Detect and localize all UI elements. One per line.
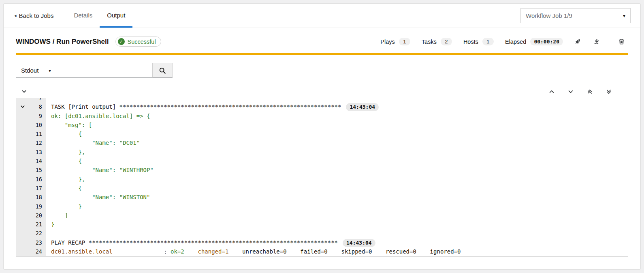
- output-search-toolbar: Stdout ▾: [16, 63, 628, 78]
- search-icon: [159, 67, 166, 74]
- scroll-next-button[interactable]: [568, 89, 574, 95]
- line-gutter: 15: [16, 166, 46, 174]
- line-content: }: [46, 220, 54, 229]
- stat-plays-value: 1: [399, 38, 410, 45]
- output-source-select[interactable]: Stdout ▾: [16, 63, 56, 78]
- console-text-segment: TASK [Print output] ********************…: [51, 103, 341, 110]
- collapse-all-button[interactable]: [21, 89, 27, 94]
- console-line: 12 "Name": "DC01": [16, 138, 628, 147]
- search-input[interactable]: [56, 63, 153, 78]
- console-line: 8TASK [Print output] *******************…: [16, 102, 628, 111]
- console-line: 13 },: [16, 148, 628, 157]
- line-content: "Name": "WINSTON": [46, 193, 150, 202]
- line-number: 23: [36, 238, 42, 247]
- console-line: 17 {: [16, 184, 628, 193]
- top-navigation: ◂ Back to Jobs Details Output Workflow J…: [4, 4, 640, 28]
- output-panel-toolbar: [16, 85, 628, 98]
- scroll-nav-buttons: [549, 89, 612, 95]
- chevron-down-icon: ▾: [49, 68, 51, 73]
- stat-plays: Plays 1: [380, 38, 410, 45]
- line-number: 15: [36, 166, 42, 174]
- line-gutter: 8: [16, 102, 46, 111]
- tab-details[interactable]: Details: [66, 4, 100, 28]
- job-status-bar: [16, 53, 628, 55]
- chevron-down-icon: ▾: [623, 13, 625, 19]
- console-text-segment: [184, 248, 198, 255]
- back-to-jobs-label: Back to Jobs: [19, 12, 54, 19]
- download-icon: [593, 38, 600, 45]
- line-content: {: [46, 129, 82, 138]
- console-text-segment: },: [51, 176, 85, 183]
- line-number: 13: [36, 148, 42, 157]
- console-line: 11 {: [16, 129, 628, 138]
- stdout-console[interactable]: 78TASK [Print output] ******************…: [16, 98, 628, 256]
- chevron-down-icon: [568, 89, 574, 95]
- console-text-segment: "msg": [: [51, 122, 92, 128]
- download-output-button[interactable]: [593, 37, 601, 46]
- job-header: WINDOWS / Run PowerShell ✓ Successful Pl…: [4, 28, 640, 53]
- rocket-icon: [574, 38, 581, 45]
- console-line: 18 "Name": "WINSTON": [16, 193, 628, 202]
- console-line: 20 ]: [16, 211, 628, 220]
- stat-elapsed-value: 00:00:20: [530, 38, 563, 45]
- workflow-job-select[interactable]: Workflow Job 1/9 ▾: [520, 8, 631, 23]
- scroll-last-button[interactable]: [606, 89, 612, 95]
- task-collapse-toggle-icon[interactable]: [20, 104, 26, 109]
- line-content: {: [46, 157, 82, 166]
- tab-output[interactable]: Output: [100, 4, 132, 28]
- stat-plays-label: Plays: [380, 39, 395, 45]
- delete-job-button[interactable]: [617, 37, 626, 46]
- line-gutter: 18: [16, 193, 46, 202]
- job-stats: Plays 1 Tasks 2 Hosts 1 Elapsed 00:00:20: [369, 37, 628, 46]
- double-chevron-up-icon: [587, 89, 593, 95]
- output-panel: 78TASK [Print output] ******************…: [16, 85, 628, 257]
- line-content: {: [46, 184, 82, 193]
- line-gutter: 12: [16, 138, 46, 147]
- line-content: [46, 98, 51, 102]
- console-text-segment: {: [51, 158, 82, 164]
- console-text-segment: "Name": "WINTHROP": [51, 167, 154, 173]
- stat-hosts-value: 1: [482, 38, 494, 45]
- line-gutter: 22: [16, 229, 46, 238]
- chevron-down-icon: [21, 89, 27, 94]
- output-source-select-value: Stdout: [21, 67, 38, 74]
- status-badge: ✓ Successful: [115, 37, 161, 47]
- back-to-jobs-link[interactable]: ◂ Back to Jobs: [14, 4, 53, 28]
- console-text-segment: PLAY RECAP *****************************…: [51, 239, 338, 246]
- console-text-segment: "Name": "DC01": [51, 140, 140, 146]
- line-content: "Name": "DC01": [46, 138, 140, 147]
- console-text-segment: }: [51, 203, 82, 210]
- back-caret-icon: ◂: [14, 13, 17, 18]
- page-title: WINDOWS / Run PowerShell: [16, 38, 109, 46]
- line-number: 9: [39, 112, 42, 120]
- console-text-segment: "Name": "WINSTON": [51, 194, 150, 200]
- line-gutter: 23: [16, 238, 46, 247]
- trash-icon: [618, 38, 625, 45]
- line-number: 16: [36, 175, 42, 184]
- scroll-first-button[interactable]: [587, 89, 593, 95]
- stat-elapsed: Elapsed 00:00:20: [505, 38, 563, 45]
- line-number: 21: [36, 220, 42, 229]
- relaunch-button[interactable]: [574, 37, 582, 46]
- line-content: "Name": "WINTHROP": [46, 166, 154, 174]
- console-text-segment: }: [51, 221, 54, 228]
- console-text-segment: ]: [51, 212, 68, 219]
- line-gutter: 11: [16, 129, 46, 138]
- line-content: ]: [46, 211, 68, 220]
- scroll-previous-button[interactable]: [549, 89, 554, 95]
- line-number: 12: [36, 138, 42, 147]
- console-lines: 78TASK [Print output] ******************…: [16, 98, 628, 256]
- stat-elapsed-label: Elapsed: [505, 39, 526, 45]
- console-text-segment: changed=1: [198, 248, 228, 255]
- console-line: 22: [16, 229, 628, 238]
- timestamp-badge: 14:43:04: [346, 103, 379, 111]
- console-text-segment: ok=2: [171, 248, 184, 255]
- stat-hosts-label: Hosts: [463, 39, 478, 45]
- line-gutter: 13: [16, 148, 46, 157]
- console-line: 23PLAY RECAP ***************************…: [16, 238, 628, 247]
- job-output-page: ◂ Back to Jobs Details Output Workflow J…: [3, 3, 641, 270]
- console-line: 14 {: [16, 157, 628, 166]
- search-button[interactable]: [153, 63, 173, 78]
- line-number: 10: [36, 120, 42, 129]
- stat-tasks-value: 2: [441, 38, 452, 45]
